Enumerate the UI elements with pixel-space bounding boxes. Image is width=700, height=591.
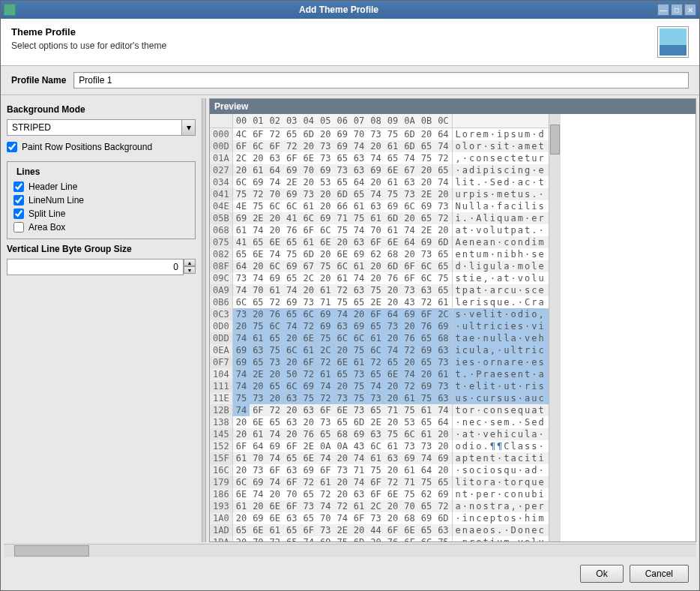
hex-cell[interactable]: 20	[418, 164, 435, 176]
hex-cell[interactable]: 0A	[334, 440, 350, 452]
hex-cell[interactable]: 20	[267, 224, 283, 236]
hex-cell[interactable]: 20	[367, 176, 384, 188]
hex-cell[interactable]: 76	[401, 332, 417, 344]
hex-cell[interactable]: 20	[351, 524, 367, 536]
hex-cell[interactable]: 75	[435, 272, 452, 284]
hex-cell[interactable]: 63	[435, 344, 452, 356]
hex-cell[interactable]: 63	[283, 512, 300, 524]
hex-cell[interactable]: 6E	[301, 152, 317, 164]
hex-cell[interactable]: 20	[367, 272, 384, 284]
hex-cell[interactable]: 61	[435, 368, 452, 380]
hex-cell[interactable]: 65	[250, 356, 266, 368]
hex-cell[interactable]: 70	[250, 536, 266, 542]
hex-cell[interactable]: 75	[232, 188, 250, 200]
hex-cell[interactable]: 70	[301, 164, 317, 176]
hex-cell[interactable]: 74	[384, 344, 401, 356]
hex-cell[interactable]: 75	[301, 392, 317, 404]
hex-cell[interactable]: 20	[232, 428, 250, 440]
hex-cell[interactable]: 75	[334, 296, 350, 308]
hex-cell[interactable]: 2C	[232, 152, 250, 164]
hex-cell[interactable]: 75	[384, 428, 401, 440]
hex-cell[interactable]: 65	[250, 296, 266, 308]
hex-cell[interactable]: 74	[267, 248, 283, 260]
hex-cell[interactable]: 72	[317, 356, 334, 368]
hex-cell[interactable]: 68	[384, 248, 401, 260]
hex-cell[interactable]: 73	[232, 308, 250, 320]
hex-cell[interactable]: 72	[301, 320, 317, 332]
ascii-cell[interactable]: a·nostra,·per	[452, 500, 549, 512]
hex-cell[interactable]: 61	[384, 224, 401, 236]
hex-cell[interactable]: 6D	[435, 236, 452, 248]
hex-cell[interactable]: 6E	[334, 248, 350, 260]
hex-cell[interactable]: 20	[301, 140, 317, 152]
hex-cell[interactable]: 6E	[267, 236, 283, 248]
hex-cell[interactable]: 73	[334, 464, 350, 476]
hex-cell[interactable]: 70	[367, 224, 384, 236]
hex-cell[interactable]: 75	[401, 488, 417, 500]
hex-cell[interactable]: 75	[367, 284, 384, 296]
hex-cell[interactable]: 73	[267, 356, 283, 368]
hex-cell[interactable]: 20	[401, 356, 417, 368]
ascii-cell[interactable]: d·ligula·mole	[452, 260, 549, 272]
hex-cell[interactable]: 69	[283, 164, 300, 176]
hex-cell[interactable]: 20	[334, 476, 350, 488]
hex-cell[interactable]: 65	[301, 512, 317, 524]
hex-cell[interactable]: 74	[250, 488, 266, 500]
hex-cell[interactable]: 76	[384, 536, 401, 542]
hex-cell[interactable]: 69	[301, 380, 317, 392]
hex-cell[interactable]: 20	[317, 248, 334, 260]
hex-cell[interactable]: 61	[232, 500, 250, 512]
hex-cell[interactable]: 2E	[367, 296, 384, 308]
hex-cell[interactable]: 61	[301, 236, 317, 248]
ascii-cell[interactable]: entum·nibh·se	[452, 248, 549, 260]
hex-cell[interactable]: 61	[317, 368, 334, 380]
hex-cell[interactable]: 6F	[283, 152, 300, 164]
hex-cell[interactable]: 6D	[334, 188, 350, 200]
hex-cell[interactable]: 74	[317, 500, 334, 512]
hex-cell[interactable]: 73	[250, 392, 266, 404]
hex-cell[interactable]: 76	[384, 272, 401, 284]
hex-cell[interactable]: 73	[401, 188, 417, 200]
hex-cell[interactable]: 70	[250, 452, 266, 464]
hex-cell[interactable]: 20	[250, 308, 266, 320]
hex-cell[interactable]: 74	[317, 452, 334, 464]
hex-cell[interactable]: 20	[418, 128, 435, 141]
hex-cell[interactable]: 20	[301, 416, 317, 428]
hex-cell[interactable]: 64	[267, 164, 283, 176]
ascii-cell[interactable]: ·sociosqu·ad·	[452, 464, 549, 476]
hex-cell[interactable]: 20	[283, 332, 300, 344]
hex-cell[interactable]: 6F	[267, 464, 283, 476]
ascii-cell[interactable]: s·velit·odio,	[452, 308, 549, 320]
hex-cell[interactable]: 6C	[283, 200, 300, 212]
hex-cell[interactable]: 6F	[401, 536, 417, 542]
hex-cell[interactable]: 63	[351, 152, 367, 164]
ascii-cell[interactable]: t·elit·ut·ris	[452, 380, 549, 392]
hex-cell[interactable]: 63	[401, 176, 417, 188]
hex-cell[interactable]: 69	[384, 200, 401, 212]
hex-cell[interactable]: 6F	[401, 260, 417, 272]
vbyte-spinner[interactable]: 0	[7, 259, 184, 275]
hex-cell[interactable]: 75	[418, 152, 435, 164]
hex-cell[interactable]: 73	[317, 140, 334, 152]
ascii-cell[interactable]: Lorem·ipsum·d	[452, 128, 549, 141]
hex-cell[interactable]: 74	[435, 176, 452, 188]
hex-cell[interactable]: 6F	[301, 356, 317, 368]
hex-cell[interactable]: 6C	[232, 296, 250, 308]
hex-cell[interactable]: 65	[435, 248, 452, 260]
hex-cell[interactable]: 65	[334, 368, 350, 380]
hex-cell[interactable]: 20	[384, 464, 401, 476]
hex-cell[interactable]: 20	[232, 464, 250, 476]
hex-cell[interactable]: 63	[283, 392, 300, 404]
hex-cell[interactable]: 2C	[301, 272, 317, 284]
hex-cell[interactable]: 20	[367, 260, 384, 272]
hex-cell[interactable]: 70	[401, 500, 417, 512]
area-box-checkbox[interactable]	[13, 222, 24, 232]
hex-cell[interactable]: 20	[250, 500, 266, 512]
hex-cell[interactable]: 65	[367, 368, 384, 380]
hex-cell[interactable]: 65	[351, 188, 367, 200]
hex-cell[interactable]: 76	[283, 224, 300, 236]
hex-cell[interactable]: 6E	[384, 164, 401, 176]
hex-cell[interactable]: 61	[351, 356, 367, 368]
hex-cell[interactable]: 67	[401, 164, 417, 176]
hex-cell[interactable]: 20	[232, 320, 250, 332]
